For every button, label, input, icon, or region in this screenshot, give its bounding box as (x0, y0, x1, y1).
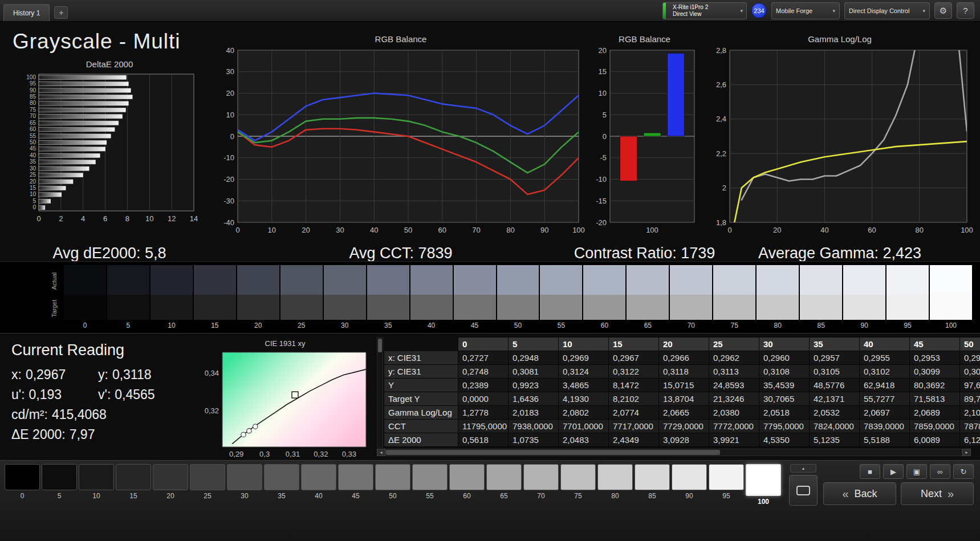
back-button[interactable]: « Back (823, 482, 896, 505)
table-cell: 4,1930 (559, 392, 609, 406)
refresh-button[interactable]: ↻ (953, 464, 974, 479)
pattern-patches: 0510152025303540455055606570758085909510… (5, 464, 781, 506)
pattern-patch-45[interactable]: 45 (338, 464, 373, 500)
pattern-patch-90[interactable]: 90 (672, 464, 707, 500)
horizontal-scroll-thumb[interactable] (386, 450, 720, 455)
pattern-patch-35[interactable]: 35 (264, 464, 299, 500)
play-button[interactable]: ▶ (883, 464, 904, 479)
svg-text:4: 4 (81, 214, 85, 223)
target-swatch (757, 295, 799, 320)
eject-icon: ▴ (802, 466, 804, 471)
reading-value: 0,3118 (112, 367, 152, 382)
svg-text:20: 20 (773, 226, 781, 234)
table-cell: 30,7065 (759, 392, 810, 406)
svg-text:25: 25 (30, 172, 36, 178)
stop-button[interactable]: ■ (860, 464, 880, 479)
grayscale-tile-90: 90 (843, 265, 885, 333)
scroll-right-button[interactable]: ▸ (962, 449, 971, 456)
table-row: CCT11795,00007938,00007701,00007717,0000… (384, 420, 980, 433)
reading-row: u':0,193v':0,4565 (11, 387, 197, 402)
display-control-select[interactable]: Direct Display Control ▾ (844, 2, 930, 19)
meter-select[interactable]: X-Rite i1Pro 2 Direct View ▾ (662, 2, 747, 19)
cie-diagram-block: CIE 1931 xy 0,320,340,290,30,310,320,33 (197, 333, 373, 460)
patch-swatch (672, 464, 707, 490)
row-label: Y (384, 379, 458, 392)
pattern-patch-0[interactable]: 0 (5, 464, 40, 500)
table-cell: 2,0774 (609, 406, 659, 420)
source-select[interactable]: Mobile Forge ▾ (771, 2, 840, 19)
patch-label: 25 (204, 492, 211, 500)
pattern-patch-20[interactable]: 20 (153, 464, 188, 500)
patch-label: 65 (500, 492, 507, 500)
target-swatch (237, 295, 279, 320)
pattern-patch-80[interactable]: 80 (597, 464, 633, 500)
table-header-row: 05101520253035404550 (384, 337, 980, 351)
svg-text:2,8: 2,8 (716, 46, 726, 55)
pattern-patch-50[interactable]: 50 (375, 464, 410, 500)
pattern-patch-40[interactable]: 40 (301, 464, 336, 500)
reading-badge[interactable]: 234 (751, 3, 767, 18)
table-cell: 11795,0000 (458, 420, 509, 433)
table-cell: 7795,0000 (759, 420, 810, 433)
pattern-patch-15[interactable]: 15 (116, 464, 151, 500)
continuous-measure-button[interactable]: ∞ (930, 464, 950, 479)
actual-swatch (713, 265, 755, 295)
next-chevrons-icon: » (948, 487, 954, 501)
svg-text:80: 80 (506, 226, 514, 234)
grayscale-tiles: 0510152025303540455055606570758085909510… (64, 265, 972, 333)
svg-text:40: 40 (226, 46, 234, 55)
pattern-screen-button[interactable]: ▣ (906, 464, 927, 479)
scroll-left-button[interactable]: ◂ (377, 449, 385, 456)
pattern-patch-95[interactable]: 95 (709, 464, 744, 500)
actual-swatch (64, 265, 106, 295)
svg-text:75: 75 (30, 107, 36, 113)
svg-text:12: 12 (168, 214, 176, 223)
pattern-patch-100[interactable]: 100 (746, 464, 781, 506)
grayscale-strip: Actual Target 05101520253035404550556065… (0, 261, 980, 333)
vertical-scroll-thumb[interactable] (378, 339, 382, 352)
pattern-patch-85[interactable]: 85 (635, 464, 670, 500)
table-cell: 0,3105 (810, 365, 860, 379)
target-swatch (410, 295, 453, 320)
table-cell: 0,3113 (709, 365, 759, 379)
new-tab-button[interactable]: + (54, 6, 68, 19)
pattern-patch-10[interactable]: 10 (79, 464, 114, 500)
scroll-left-icon: ◂ (380, 450, 382, 455)
svg-text:30: 30 (226, 67, 234, 76)
pattern-window-button[interactable] (789, 475, 818, 506)
pattern-patch-30[interactable]: 30 (227, 464, 262, 500)
table-cell: 0,0000 (458, 392, 509, 406)
table-vertical-scrollbar[interactable] (377, 337, 383, 448)
target-swatch (887, 295, 929, 320)
pattern-patch-75[interactable]: 75 (560, 464, 596, 500)
eject-button[interactable]: ▴ (790, 464, 816, 473)
table-cell: 0,2727 (458, 351, 509, 365)
svg-text:-15: -15 (596, 197, 607, 205)
next-button[interactable]: Next » (901, 482, 974, 505)
settings-button[interactable]: ⚙ (934, 2, 952, 19)
pattern-patch-70[interactable]: 70 (523, 464, 559, 500)
patch-swatch (5, 464, 40, 490)
back-button-label: Back (855, 488, 877, 500)
svg-text:2,4: 2,4 (716, 115, 726, 123)
table-cell: 15,0715 (659, 379, 709, 392)
deltae-chart-block: Grayscale - Multi DeltaE 2000 0246810121… (3, 22, 215, 266)
pattern-patch-65[interactable]: 65 (486, 464, 522, 500)
tab-history-1[interactable]: History 1 (3, 4, 50, 21)
gear-icon: ⚙ (940, 6, 947, 16)
svg-text:0,34: 0,34 (205, 369, 219, 377)
table-cell: 5,1235 (810, 433, 860, 447)
actual-swatch (107, 265, 149, 295)
pattern-patch-60[interactable]: 60 (449, 464, 485, 500)
pattern-window-icon (796, 486, 810, 495)
reading-value: 0,2967 (26, 367, 66, 382)
table-cell: 0,3081 (509, 365, 559, 379)
help-button[interactable]: ? (957, 2, 974, 19)
table-horizontal-scrollbar[interactable]: ◂ ▸ (377, 449, 971, 456)
patch-label: 70 (537, 492, 544, 500)
pattern-patch-5[interactable]: 5 (42, 464, 77, 500)
table-cell: 0,2962 (709, 351, 759, 365)
pattern-patch-25[interactable]: 25 (190, 464, 225, 500)
pattern-patch-55[interactable]: 55 (412, 464, 448, 500)
horizontal-scroll-track[interactable] (385, 449, 962, 456)
